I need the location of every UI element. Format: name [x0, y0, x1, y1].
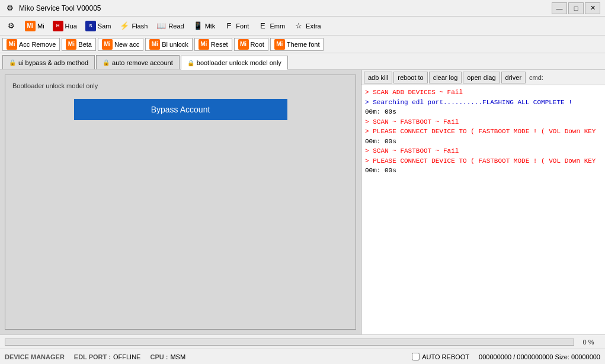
minimize-button[interactable]: —	[552, 2, 567, 14]
new-acc-button[interactable]: Mi New acc	[98, 38, 143, 51]
log-line: > SCAN ADB DEVICES ~ Fail	[365, 88, 601, 98]
hua-menu-button[interactable]: H Hua	[49, 18, 81, 34]
auto-reboot-area: AUTO REBOOT	[412, 353, 469, 360]
beta-label: Beta	[78, 41, 92, 48]
app-icon: ⚙	[5, 3, 15, 14]
title-bar: ⚙ Miko Service Tool V00005 — □ ✕	[0, 0, 605, 17]
emm-icon: E	[257, 21, 268, 31]
bl-unlock-label: Bl unlock	[162, 41, 188, 48]
mi-menu-button[interactable]: Mi Mi	[21, 18, 48, 34]
right-panel: adb kill reboot to clear log open diag d…	[361, 70, 605, 334]
settings-button[interactable]: ⚙	[2, 18, 20, 34]
emm-menu-label: Emm	[270, 22, 285, 30]
sizes-area: 000000000 / 0000000000 Size: 00000000	[479, 353, 600, 360]
lock-icon-2: 🔒	[103, 59, 110, 66]
reset-button[interactable]: Mi Reset	[194, 38, 232, 51]
adb-kill-button[interactable]: adb kill	[364, 72, 392, 83]
mtk-icon: 📱	[193, 21, 203, 31]
mi-icon-bl: Mi	[149, 39, 160, 50]
read-menu-label: Read	[168, 22, 184, 30]
mi-logo: Mi	[25, 21, 36, 31]
inner-box: Bootloader unlock model only Bypass Acco…	[5, 75, 356, 330]
read-icon: 📖	[156, 21, 167, 31]
maximize-button[interactable]: □	[568, 2, 584, 14]
log-line: 00m: 00s	[365, 137, 601, 147]
app-title: Miko Service Tool V00005	[19, 4, 101, 12]
title-bar-left: ⚙ Miko Service Tool V00005	[5, 3, 101, 14]
extra-menu-label: Extra	[306, 22, 321, 30]
root-button[interactable]: Mi Root	[234, 38, 268, 51]
log-line: > SCAN ~ FASTBOOT ~ Fail	[365, 117, 601, 127]
bypass-account-button[interactable]: Bypass Account	[74, 99, 287, 120]
progress-track	[5, 339, 574, 346]
mi-menu-label: Mi	[37, 22, 44, 30]
device-manager-label: DEVICE MANAGER	[5, 353, 65, 360]
tab-ui-bypass[interactable]: 🔒 ui bypass & adb method	[2, 55, 95, 69]
right-toolbar: adb kill reboot to clear log open diag d…	[361, 70, 605, 85]
read-menu-button[interactable]: 📖 Read	[152, 18, 187, 34]
emm-menu-button[interactable]: E Emm	[254, 18, 289, 34]
bl-unlock-button[interactable]: Mi Bl unlock	[145, 38, 193, 51]
mtk-menu-label: Mtk	[205, 22, 216, 30]
flash-icon: ⚡	[119, 21, 130, 31]
open-diag-button[interactable]: open diag	[463, 72, 500, 83]
flash-menu-button[interactable]: ⚡ Flash	[116, 18, 151, 34]
log-line: 00m: 00s	[365, 107, 601, 117]
settings-icon: ⚙	[6, 21, 17, 31]
auto-reboot-label[interactable]: AUTO REBOOT	[422, 353, 469, 360]
log-area[interactable]: > SCAN ADB DEVICES ~ Fail> Searching edl…	[361, 85, 605, 334]
driver-button[interactable]: driver	[501, 72, 526, 83]
cpu-label: CPU :	[150, 353, 168, 360]
progress-bar-row: 0 %	[0, 334, 605, 349]
lock-icon-1: 🔒	[9, 59, 16, 66]
cpu-value: MSM	[170, 353, 185, 360]
tab-auto-remove[interactable]: 🔒 auto remove account	[96, 55, 180, 69]
tab-bootloader-label: bootloader unlock model only	[197, 59, 281, 66]
close-button[interactable]: ✕	[585, 2, 600, 14]
tab-bootloader[interactable]: 🔒 bootloader unlock model only	[181, 56, 288, 70]
new-acc-label: New acc	[114, 41, 139, 48]
progress-text: 0 %	[577, 339, 600, 346]
log-line: > PLEASE CONNECT DEVICE TO ( FASTBOOT MO…	[365, 127, 601, 137]
theme-font-button[interactable]: Mi Theme font	[270, 38, 324, 51]
log-line: > Searching edl port..........FLASHING A…	[365, 98, 601, 108]
lock-icon-3: 🔒	[187, 60, 194, 66]
sam-logo: S	[85, 21, 96, 31]
mi-icon-reset: Mi	[199, 39, 209, 50]
mi-icon-beta: Mi	[66, 39, 76, 50]
mi-icon-new-acc: Mi	[102, 39, 113, 50]
clear-log-button[interactable]: clear log	[429, 72, 462, 83]
reset-label: Reset	[211, 41, 228, 48]
font-menu-label: Font	[236, 22, 249, 30]
hua-menu-label: Hua	[65, 22, 77, 30]
extra-menu-button[interactable]: ☆ Extra	[290, 18, 325, 34]
mtk-menu-button[interactable]: 📱 Mtk	[189, 18, 219, 34]
log-line: > PLEASE CONNECT DEVICE TO ( FASTBOOT MO…	[365, 156, 601, 166]
status-bar: DEVICE MANAGER EDL PORT : OFFLINE CPU : …	[0, 349, 605, 364]
main-layout: Bootloader unlock model only Bypass Acco…	[0, 70, 605, 334]
mi-icon-acc: Mi	[7, 39, 17, 50]
tab-ui-bypass-label: ui bypass & adb method	[18, 59, 88, 66]
mi-icon-theme: Mi	[274, 39, 285, 50]
menu-bar: ⚙ Mi Mi H Hua S Sam ⚡ Flash 📖 Read 📱 Mtk…	[0, 17, 605, 36]
box-label: Bootloader unlock model only	[12, 82, 348, 89]
flash-menu-label: Flash	[132, 22, 148, 30]
extra-icon: ☆	[293, 21, 304, 31]
edl-port-item: EDL PORT : OFFLINE	[74, 353, 141, 360]
font-menu-button[interactable]: F Font	[220, 18, 252, 34]
beta-button[interactable]: Mi Beta	[62, 38, 96, 51]
log-line: > SCAN ~ FASTBOOT ~ Fail	[365, 146, 601, 156]
reboot-to-button[interactable]: reboot to	[393, 72, 427, 83]
font-icon: F	[223, 21, 234, 31]
device-manager-item: DEVICE MANAGER	[5, 353, 65, 360]
auto-reboot-checkbox[interactable]	[412, 353, 420, 360]
mi-icon-root: Mi	[238, 39, 249, 50]
hua-logo: H	[53, 21, 63, 31]
acc-remove-button[interactable]: Mi Acc Remove	[2, 38, 60, 51]
sam-menu-label: Sam	[98, 22, 111, 30]
sam-menu-button[interactable]: S Sam	[82, 18, 115, 34]
root-label: Root	[251, 41, 264, 48]
left-panel: Bootloader unlock model only Bypass Acco…	[0, 70, 361, 334]
tabs-row: 🔒 ui bypass & adb method 🔒 auto remove a…	[0, 53, 605, 70]
edl-port-label: EDL PORT :	[74, 353, 111, 360]
